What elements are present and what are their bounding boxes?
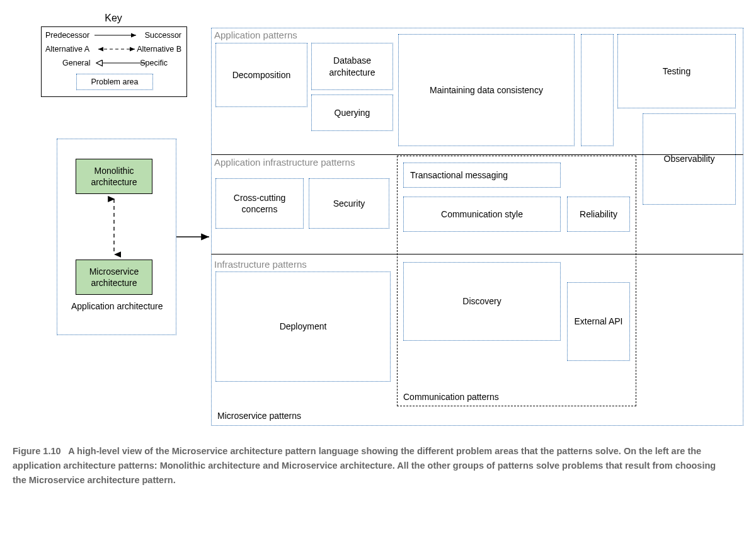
database-architecture-box: Database architecture <box>311 43 393 90</box>
querying-box: Querying <box>311 94 393 131</box>
figure-caption: Figure 1.10 A high-level view of the Mic… <box>13 444 718 488</box>
monolithic-architecture: Monolithic architecture <box>76 159 152 194</box>
deployment-box: Deployment <box>215 272 391 382</box>
key-title: Key <box>41 13 186 24</box>
communication-patterns-label: Communication patterns <box>403 392 499 402</box>
communication-style-box: Communication style <box>403 197 561 232</box>
testing-box: Testing <box>617 34 736 108</box>
application-infra-patterns-label: Application infrastructure patterns <box>214 157 355 168</box>
figure-label: Figure 1.10 <box>13 446 61 456</box>
spacer-1 <box>581 34 614 146</box>
application-patterns-label: Application patterns <box>214 30 297 40</box>
observability-box: Observability <box>643 113 736 205</box>
microservice-patterns-label: Microservice patterns <box>217 411 301 421</box>
infrastructure-patterns-label: Infrastructure patterns <box>214 259 307 270</box>
reliability-box: Reliability <box>567 197 630 232</box>
figure-text: A high-level view of the Microservice ar… <box>13 446 716 485</box>
discovery-box: Discovery <box>403 262 561 341</box>
app-architecture-label: Application architecture <box>71 300 163 312</box>
security-box: Security <box>309 178 389 229</box>
pattern-language-diagram: Key Predecessor Successor Alternative A … <box>13 13 743 428</box>
decomposition-box: Decomposition <box>215 43 307 107</box>
external-api-box: External API <box>567 282 630 361</box>
maintaining-data-consistency-box: Maintaining data consistency <box>398 34 575 146</box>
cross-cutting-concerns-box: Cross-cutting concerns <box>215 178 304 229</box>
microservice-architecture: Microservice architecture <box>76 260 152 295</box>
transactional-messaging-box: Transactional messaging <box>403 163 561 188</box>
key-legend-box: Predecessor Successor Alternative A Alte… <box>41 26 187 97</box>
